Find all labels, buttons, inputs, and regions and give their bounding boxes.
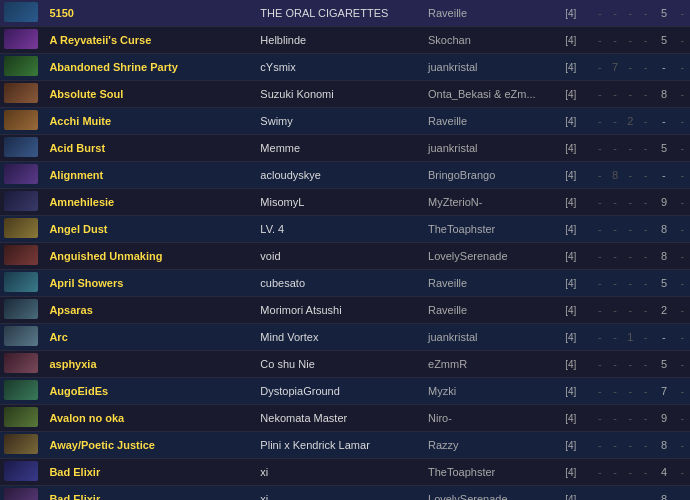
table-row[interactable]: Alignment acloudyskye BringoBrango [4] -… xyxy=(0,162,690,189)
song-artist: Helblinde xyxy=(260,34,306,46)
song-title: Acid Burst xyxy=(49,142,105,154)
table-row[interactable]: Bad Elixir xi LovelySerenade [4] - - - -… xyxy=(0,486,690,501)
song-artist-cell: cubesato xyxy=(256,270,424,297)
song-val2: - xyxy=(607,351,622,378)
song-title-cell: Bad Elixir xyxy=(45,459,256,486)
song-title-cell: Apsaras xyxy=(45,297,256,324)
song-artist: acloudyskye xyxy=(260,169,321,181)
song-thumbnail xyxy=(0,135,45,162)
song-tag: [4] xyxy=(549,189,592,216)
song-tag: [4] xyxy=(549,405,592,432)
song-mapper-cell: juankristal xyxy=(424,135,549,162)
table-row[interactable]: 5150 THE ORAL CIGARETTES Raveille [4] - … xyxy=(0,0,690,27)
table-row[interactable]: Abandoned Shrine Party cYsmix juankrista… xyxy=(0,54,690,81)
song-title: April Showers xyxy=(49,277,123,289)
song-table: 5150 THE ORAL CIGARETTES Raveille [4] - … xyxy=(0,0,690,500)
song-val2: - xyxy=(607,324,622,351)
song-artist-cell: cYsmix xyxy=(256,54,424,81)
song-val3: - xyxy=(623,351,638,378)
song-tag: [4] xyxy=(549,378,592,405)
song-mapper: BringoBrango xyxy=(428,169,495,181)
song-title: Anguished Unmaking xyxy=(49,250,162,262)
table-row[interactable]: Absolute Soul Suzuki Konomi Onta_Bekasi … xyxy=(0,81,690,108)
song-artist-cell: DystopiaGround xyxy=(256,378,424,405)
song-val3: - xyxy=(623,162,638,189)
song-score: 5 xyxy=(653,27,675,54)
song-mapper-cell: juankristal xyxy=(424,324,549,351)
song-title: A Reyvateii's Curse xyxy=(49,34,151,46)
song-val2: - xyxy=(607,378,622,405)
table-row[interactable]: Acchi Muite Swimy Raveille [4] - - 2 - -… xyxy=(0,108,690,135)
song-dash2: - xyxy=(638,459,653,486)
table-row[interactable]: Arc Mind Vortex juankristal [4] - - 1 - … xyxy=(0,324,690,351)
song-title-cell: Absolute Soul xyxy=(45,81,256,108)
song-title: Avalon no oka xyxy=(49,412,124,424)
song-dash3: - xyxy=(675,27,690,54)
song-artist: LV. 4 xyxy=(260,223,284,235)
song-tag: [4] xyxy=(549,27,592,54)
song-tag: [4] xyxy=(549,459,592,486)
table-row[interactable]: AugoEidEs DystopiaGround Myzki [4] - - -… xyxy=(0,378,690,405)
song-thumbnail xyxy=(0,270,45,297)
song-mapper: Raveille xyxy=(428,115,467,127)
song-mapper: Onta_Bekasi & eZm... xyxy=(428,88,536,100)
song-mapper: Niro- xyxy=(428,412,452,424)
song-list[interactable]: 5150 THE ORAL CIGARETTES Raveille [4] - … xyxy=(0,0,690,500)
table-row[interactable]: Angel Dust LV. 4 TheToaphster [4] - - - … xyxy=(0,216,690,243)
table-row[interactable]: asphyxia Co shu Nie eZmmR [4] - - - - 5 … xyxy=(0,351,690,378)
song-dash2: - xyxy=(638,378,653,405)
table-row[interactable]: Bad Elixir xi TheToaphster [4] - - - - 4… xyxy=(0,459,690,486)
song-val3: - xyxy=(623,432,638,459)
song-title-cell: Abandoned Shrine Party xyxy=(45,54,256,81)
song-mapper: eZmmR xyxy=(428,358,467,370)
song-dash1: - xyxy=(592,405,607,432)
song-dash2: - xyxy=(638,216,653,243)
song-val2: - xyxy=(607,108,622,135)
song-val3: - xyxy=(623,243,638,270)
song-dash3: - xyxy=(675,378,690,405)
song-dash3: - xyxy=(675,135,690,162)
table-row[interactable]: Avalon no oka Nekomata Master Niro- [4] … xyxy=(0,405,690,432)
song-dash1: - xyxy=(592,270,607,297)
song-dash1: - xyxy=(592,81,607,108)
song-thumbnail xyxy=(0,432,45,459)
song-title-cell: Anguished Unmaking xyxy=(45,243,256,270)
table-row[interactable]: April Showers cubesato Raveille [4] - - … xyxy=(0,270,690,297)
song-title: Amnehilesie xyxy=(49,196,114,208)
table-row[interactable]: Anguished Unmaking void LovelySerenade [… xyxy=(0,243,690,270)
song-val2: - xyxy=(607,459,622,486)
song-mapper-cell: Raveille xyxy=(424,270,549,297)
song-artist: Memme xyxy=(260,142,300,154)
table-row[interactable]: Apsaras Morimori Atsushi Raveille [4] - … xyxy=(0,297,690,324)
song-artist: cYsmix xyxy=(260,61,295,73)
song-thumbnail xyxy=(0,405,45,432)
song-score: - xyxy=(653,324,675,351)
song-dash2: - xyxy=(638,405,653,432)
song-val3: - xyxy=(623,54,638,81)
song-thumbnail xyxy=(0,216,45,243)
song-val2: - xyxy=(607,27,622,54)
song-val2: 8 xyxy=(607,162,622,189)
table-row[interactable]: Acid Burst Memme juankristal [4] - - - -… xyxy=(0,135,690,162)
song-dash1: - xyxy=(592,486,607,501)
song-score: 5 xyxy=(653,0,675,27)
song-artist: Suzuki Konomi xyxy=(260,88,333,100)
song-title: Away/Poetic Justice xyxy=(49,439,155,451)
song-tag: [4] xyxy=(549,81,592,108)
song-mapper-cell: LovelySerenade xyxy=(424,243,549,270)
table-row[interactable]: Amnehilesie MisomyL MyZterioN- [4] - - -… xyxy=(0,189,690,216)
song-dash3: - xyxy=(675,297,690,324)
song-mapper-cell: MyZterioN- xyxy=(424,189,549,216)
song-dash3: - xyxy=(675,81,690,108)
song-title-cell: Angel Dust xyxy=(45,216,256,243)
table-row[interactable]: Away/Poetic Justice Plini x Kendrick Lam… xyxy=(0,432,690,459)
table-row[interactable]: A Reyvateii's Curse Helblinde Skochan [4… xyxy=(0,27,690,54)
song-artist-cell: acloudyskye xyxy=(256,162,424,189)
song-artist: Morimori Atsushi xyxy=(260,304,341,316)
song-title-cell: AugoEidEs xyxy=(45,378,256,405)
song-val2: - xyxy=(607,135,622,162)
song-artist-cell: Helblinde xyxy=(256,27,424,54)
song-thumbnail xyxy=(0,189,45,216)
song-tag: [4] xyxy=(549,54,592,81)
song-title: Angel Dust xyxy=(49,223,107,235)
